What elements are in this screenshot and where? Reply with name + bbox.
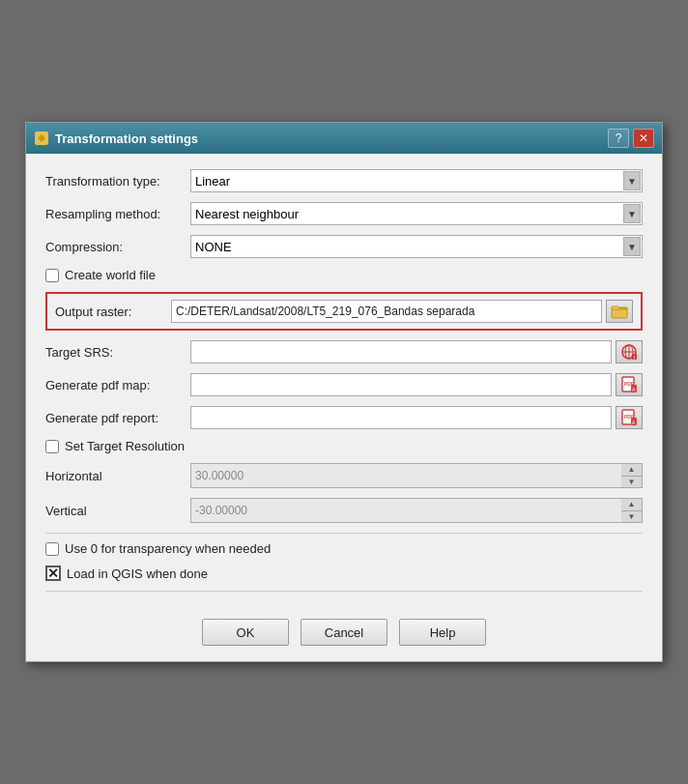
- dialog-title: Transformation settings: [55, 131, 198, 146]
- vertical-spinner-buttons: ▲ ▼: [621, 498, 643, 523]
- resampling-method-label: Resampling method:: [45, 207, 190, 221]
- load-qgis-label: Load in QGIS when done: [67, 566, 208, 581]
- target-srs-button[interactable]: !: [616, 340, 643, 363]
- create-world-file-row: Create world file: [45, 268, 643, 282]
- help-button[interactable]: Help: [399, 619, 486, 646]
- title-bar: Transformation settings ? ✕: [26, 123, 662, 154]
- generate-pdf-report-button[interactable]: PDF A: [616, 406, 643, 429]
- compression-row: Compression: NONE LZW DEFLATE PACKBITS ▼: [45, 235, 643, 258]
- help-titlebar-button[interactable]: ?: [608, 129, 629, 148]
- output-raster-browse-button[interactable]: [606, 300, 633, 323]
- button-row: OK Cancel Help: [45, 607, 643, 646]
- compression-select[interactable]: NONE LZW DEFLATE PACKBITS: [190, 235, 643, 258]
- generate-pdf-report-label: Generate pdf report:: [45, 411, 190, 425]
- create-world-file-label: Create world file: [65, 268, 156, 282]
- title-bar-left: Transformation settings: [34, 131, 198, 146]
- generate-pdf-report-input[interactable]: [190, 406, 612, 429]
- compression-select-wrapper: NONE LZW DEFLATE PACKBITS ▼: [190, 235, 643, 258]
- set-target-resolution-checkbox[interactable]: [45, 440, 59, 453]
- vertical-input[interactable]: [190, 498, 643, 523]
- horizontal-input[interactable]: [190, 463, 643, 488]
- transformation-type-select-wrapper: Linear Polynomial 1 Polynomial 2 Polynom…: [190, 169, 643, 192]
- set-target-resolution-row: Set Target Resolution: [45, 439, 643, 453]
- generate-pdf-map-input[interactable]: [190, 373, 612, 396]
- resampling-method-row: Resampling method: Nearest neighbour Bil…: [45, 202, 643, 225]
- vertical-spinner-wrapper: ▲ ▼: [190, 498, 643, 523]
- horizontal-up-button[interactable]: ▲: [621, 464, 642, 477]
- target-srs-label: Target SRS:: [45, 345, 190, 360]
- generate-pdf-map-button[interactable]: PDF A: [616, 373, 643, 396]
- cancel-button[interactable]: Cancel: [301, 619, 387, 646]
- compression-label: Compression:: [45, 240, 190, 254]
- title-bar-buttons: ? ✕: [608, 129, 654, 148]
- horizontal-down-button[interactable]: ▼: [621, 477, 642, 488]
- vertical-up-button[interactable]: ▲: [621, 499, 642, 511]
- ok-button[interactable]: OK: [202, 619, 289, 646]
- pdf-map-icon: PDF A: [620, 376, 638, 393]
- vertical-row: Vertical ▲ ▼: [45, 498, 643, 523]
- load-qgis-row: ✕ Load in QGIS when done: [45, 566, 643, 581]
- horizontal-label: Horizontal: [45, 469, 190, 483]
- transformation-type-select[interactable]: Linear Polynomial 1 Polynomial 2 Polynom…: [190, 169, 643, 192]
- transformation-type-label: Transformation type:: [45, 174, 190, 189]
- resampling-method-control: Nearest neighbour Bilinear Cubic ▼: [190, 202, 643, 225]
- use-zero-transparency-label: Use 0 for transparency when needed: [65, 541, 271, 556]
- output-raster-input[interactable]: [171, 300, 602, 323]
- target-srs-control: !: [190, 340, 643, 363]
- use-zero-transparency-checkbox[interactable]: [45, 542, 59, 556]
- horizontal-spinner-buttons: ▲ ▼: [621, 463, 643, 488]
- close-titlebar-button[interactable]: ✕: [633, 129, 654, 148]
- output-raster-row: Output raster:: [45, 292, 643, 331]
- srs-icon: !: [620, 343, 638, 361]
- transformation-type-control: Linear Polynomial 1 Polynomial 2 Polynom…: [190, 169, 643, 192]
- resampling-method-select-wrapper: Nearest neighbour Bilinear Cubic ▼: [190, 202, 643, 225]
- divider-1: [45, 533, 643, 534]
- set-target-resolution-label: Set Target Resolution: [65, 439, 185, 453]
- load-qgis-checkbox[interactable]: ✕: [45, 566, 61, 581]
- output-raster-control: [171, 300, 633, 323]
- create-world-file-checkbox[interactable]: [45, 269, 59, 282]
- folder-icon: [611, 303, 628, 320]
- pdf-report-icon: PDF A: [620, 409, 638, 426]
- generate-pdf-report-row: Generate pdf report: PDF A: [45, 406, 643, 429]
- target-srs-row: Target SRS: !: [45, 340, 643, 363]
- use-zero-transparency-row: Use 0 for transparency when needed: [45, 541, 643, 556]
- divider-2: [45, 591, 643, 592]
- horizontal-control: ▲ ▼: [190, 463, 643, 488]
- vertical-down-button[interactable]: ▼: [621, 511, 642, 523]
- vertical-label: Vertical: [45, 504, 190, 518]
- resampling-method-select[interactable]: Nearest neighbour Bilinear Cubic: [190, 202, 643, 225]
- transformation-type-row: Transformation type: Linear Polynomial 1…: [45, 169, 643, 192]
- target-srs-input[interactable]: [190, 340, 612, 363]
- compression-control: NONE LZW DEFLATE PACKBITS ▼: [190, 235, 643, 258]
- generate-pdf-map-row: Generate pdf map: PDF A: [45, 373, 643, 396]
- horizontal-row: Horizontal ▲ ▼: [45, 463, 643, 488]
- app-icon: [34, 131, 49, 146]
- transformation-settings-dialog: Transformation settings ? ✕ Transformati…: [25, 122, 663, 662]
- generate-pdf-map-label: Generate pdf map:: [45, 378, 190, 392]
- vertical-control: ▲ ▼: [190, 498, 643, 523]
- dialog-content: Transformation type: Linear Polynomial 1…: [26, 154, 662, 661]
- horizontal-spinner-wrapper: ▲ ▼: [190, 463, 643, 488]
- output-raster-label: Output raster:: [55, 305, 171, 319]
- generate-pdf-report-control: PDF A: [190, 406, 643, 429]
- generate-pdf-map-control: PDF A: [190, 373, 643, 396]
